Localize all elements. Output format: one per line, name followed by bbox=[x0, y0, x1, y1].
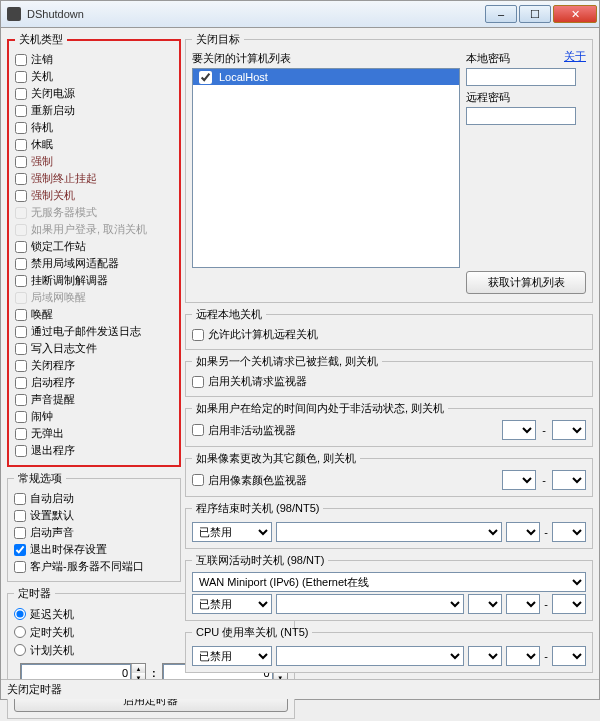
group-net-activity: 互联网活动时关机 (98/NT) WAN Miniport (IPv6) (Et… bbox=[185, 553, 593, 621]
group-if-pixel: 如果像素更改为其它颜色, 则关机 启用像素颜色监视器 - bbox=[185, 451, 593, 497]
shutdown-option-8[interactable]: 强制关机 bbox=[15, 187, 173, 204]
group-cpu-title: CPU 使用率关机 (NT5) bbox=[192, 625, 312, 640]
net-c3[interactable] bbox=[552, 594, 586, 614]
group-timer-title: 定时器 bbox=[14, 586, 55, 601]
idle-combo2[interactable] bbox=[552, 420, 586, 440]
minimize-button[interactable]: – bbox=[485, 5, 517, 23]
allow-remote-shutdown-check[interactable]: 允许此计算机远程关机 bbox=[192, 326, 586, 343]
cpu-c0[interactable] bbox=[276, 646, 464, 666]
enable-request-monitor-check[interactable]: 启用关机请求监视器 bbox=[192, 373, 586, 390]
shutdown-option-11[interactable]: 锁定工作站 bbox=[15, 238, 173, 255]
shutdown-option-23[interactable]: 退出程序 bbox=[15, 442, 173, 459]
shutdown-option-15[interactable]: 唤醒 bbox=[15, 306, 173, 323]
net-c1[interactable] bbox=[468, 594, 502, 614]
cpu-c2[interactable] bbox=[506, 646, 540, 666]
cpu-c3[interactable] bbox=[552, 646, 586, 666]
app-icon bbox=[7, 7, 21, 21]
general-option-4[interactable]: 客户端-服务器不同端口 bbox=[14, 558, 174, 575]
close-button[interactable]: ✕ bbox=[553, 5, 597, 23]
idle-combo1[interactable] bbox=[502, 420, 536, 440]
shutdown-option-21[interactable]: 闹钟 bbox=[15, 408, 173, 425]
shutdown-option-16[interactable]: 通过电子邮件发送日志 bbox=[15, 323, 173, 340]
group-if-idle: 如果用户在给定的时间间内处于非活动状态, 则关机 启用非活动监视器 - bbox=[185, 401, 593, 447]
dash: - bbox=[542, 424, 546, 436]
shutdown-option-7[interactable]: 强制终止挂起 bbox=[15, 170, 173, 187]
proc-enable-combo[interactable]: 已禁用 bbox=[192, 522, 272, 542]
general-option-0[interactable]: 自动启动 bbox=[14, 490, 174, 507]
group-target: 关闭目标 关于 要关闭的计算机列表 LocalHost 本地密码 远程密码 获取… bbox=[185, 32, 593, 303]
group-target-title: 关闭目标 bbox=[192, 32, 244, 47]
remote-password-input[interactable] bbox=[466, 107, 576, 125]
status-bar: 关闭定时器 bbox=[1, 679, 599, 699]
shutdown-option-10: 如果用户登录, 取消关机 bbox=[15, 221, 173, 238]
group-remote-local-title: 远程本地关机 bbox=[192, 307, 266, 322]
net-enable-combo[interactable]: 已禁用 bbox=[192, 594, 272, 614]
local-password-input[interactable] bbox=[466, 68, 576, 86]
cpu-c1[interactable] bbox=[468, 646, 502, 666]
shutdown-option-22[interactable]: 无弹出 bbox=[15, 425, 173, 442]
shutdown-option-2[interactable]: 关闭电源 bbox=[15, 85, 173, 102]
computer-list[interactable]: LocalHost bbox=[192, 68, 460, 268]
net-adapter-combo[interactable]: WAN Miniport (IPv6) (Ethernet在线 bbox=[192, 572, 586, 592]
shutdown-option-18[interactable]: 关闭程序 bbox=[15, 357, 173, 374]
about-link[interactable]: 关于 bbox=[564, 49, 586, 64]
general-option-2[interactable]: 启动声音 bbox=[14, 524, 174, 541]
group-net-activity-title: 互联网活动时关机 (98/NT) bbox=[192, 553, 328, 568]
enable-pixel-monitor-check[interactable]: 启用像素颜色监视器 bbox=[192, 472, 307, 489]
pixel-combo1[interactable] bbox=[502, 470, 536, 490]
shutdown-option-12[interactable]: 禁用局域网适配器 bbox=[15, 255, 173, 272]
pixel-combo2[interactable] bbox=[552, 470, 586, 490]
shutdown-option-20[interactable]: 声音提醒 bbox=[15, 391, 173, 408]
general-option-1[interactable]: 设置默认 bbox=[14, 507, 174, 524]
shutdown-option-17[interactable]: 写入日志文件 bbox=[15, 340, 173, 357]
group-if-pixel-title: 如果像素更改为其它颜色, 则关机 bbox=[192, 451, 360, 466]
maximize-button[interactable]: ☐ bbox=[519, 5, 551, 23]
shutdown-option-5[interactable]: 休眠 bbox=[15, 136, 173, 153]
computer-item-0[interactable]: LocalHost bbox=[193, 69, 459, 85]
group-if-blocked-title: 如果另一个关机请求已被拦截, 则关机 bbox=[192, 354, 382, 369]
shutdown-option-3[interactable]: 重新启动 bbox=[15, 102, 173, 119]
group-general-title: 常规选项 bbox=[14, 471, 66, 486]
timer-sep: : bbox=[152, 667, 156, 679]
computer-list-label: 要关闭的计算机列表 bbox=[192, 51, 460, 66]
group-if-blocked: 如果另一个关机请求已被拦截, 则关机 启用关机请求监视器 bbox=[185, 354, 593, 397]
title-bar: DShutdown – ☐ ✕ bbox=[0, 0, 600, 28]
net-c2[interactable] bbox=[506, 594, 540, 614]
proc-combo[interactable] bbox=[276, 522, 502, 542]
app-title: DShutdown bbox=[27, 8, 483, 20]
shutdown-option-1[interactable]: 关机 bbox=[15, 68, 173, 85]
proc-c2[interactable] bbox=[552, 522, 586, 542]
shutdown-option-14: 局域网唤醒 bbox=[15, 289, 173, 306]
shutdown-option-0[interactable]: 注销 bbox=[15, 51, 173, 68]
group-proc-end: 程序结束时关机 (98/NT5) 已禁用 - bbox=[185, 501, 593, 549]
cpu-enable-combo[interactable]: 已禁用 bbox=[192, 646, 272, 666]
shutdown-option-6[interactable]: 强制 bbox=[15, 153, 173, 170]
net-c0[interactable] bbox=[276, 594, 464, 614]
group-shutdown-type-title: 关机类型 bbox=[15, 32, 67, 47]
group-proc-end-title: 程序结束时关机 (98/NT5) bbox=[192, 501, 323, 516]
general-option-3[interactable]: 退出时保存设置 bbox=[14, 541, 174, 558]
proc-c1[interactable] bbox=[506, 522, 540, 542]
group-general: 常规选项 自动启动设置默认启动声音退出时保存设置客户端-服务器不同端口 bbox=[7, 471, 181, 582]
group-cpu: CPU 使用率关机 (NT5) 已禁用 - bbox=[185, 625, 593, 673]
group-shutdown-type: 关机类型 注销关机关闭电源重新启动待机休眠强制强制终止挂起强制关机无服务器模式如… bbox=[7, 32, 181, 467]
shutdown-option-13[interactable]: 挂断调制解调器 bbox=[15, 272, 173, 289]
get-computers-button[interactable]: 获取计算机列表 bbox=[466, 271, 586, 294]
shutdown-option-19[interactable]: 启动程序 bbox=[15, 374, 173, 391]
shutdown-option-4[interactable]: 待机 bbox=[15, 119, 173, 136]
group-remote-local: 远程本地关机 允许此计算机远程关机 bbox=[185, 307, 593, 350]
remote-password-label: 远程密码 bbox=[466, 90, 586, 105]
enable-idle-monitor-check[interactable]: 启用非活动监视器 bbox=[192, 422, 296, 439]
group-if-idle-title: 如果用户在给定的时间间内处于非活动状态, 则关机 bbox=[192, 401, 448, 416]
shutdown-option-9: 无服务器模式 bbox=[15, 204, 173, 221]
